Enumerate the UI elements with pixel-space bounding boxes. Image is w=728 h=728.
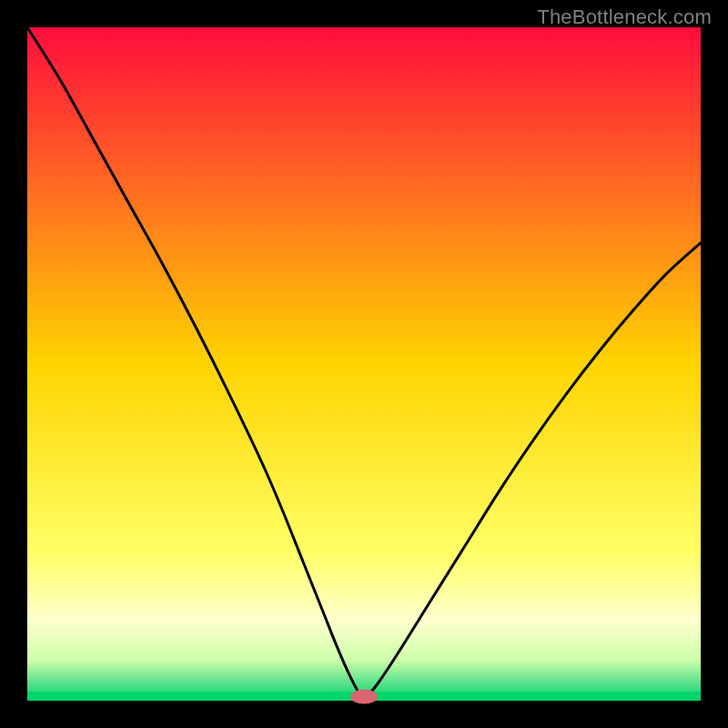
optimum-marker (350, 690, 378, 704)
chart-svg (0, 0, 728, 728)
bottleneck-chart: TheBottleneck.com (0, 0, 728, 728)
watermark-text: TheBottleneck.com (537, 5, 712, 29)
gradient-background (27, 27, 701, 701)
